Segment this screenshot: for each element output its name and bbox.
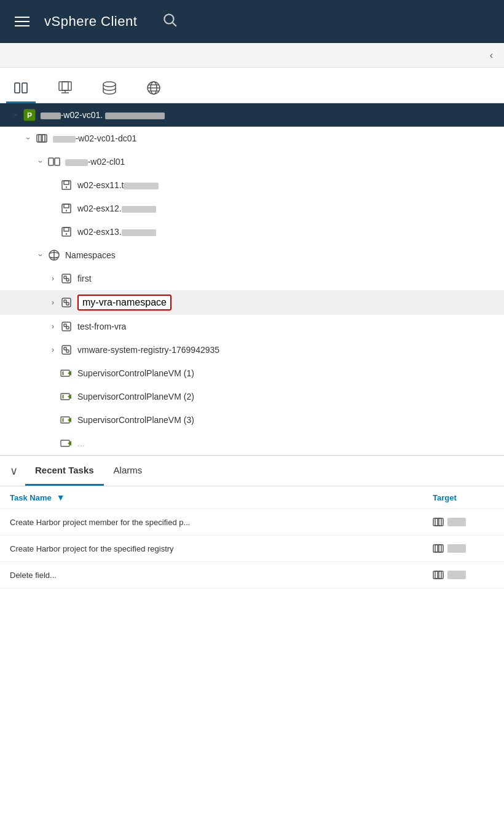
svg-rect-47 — [66, 350, 69, 352]
target-column-header: Target — [433, 493, 494, 502]
filter-icon[interactable]: ▼ — [57, 493, 65, 502]
host-1-label: w02-esx11.tblur — [77, 180, 159, 190]
datacenter-label: blur-w02-vc01-dc01 — [53, 133, 136, 143]
namespace-first-label: first — [77, 274, 92, 283]
svg-rect-60 — [435, 518, 438, 526]
datacenter-icon — [34, 131, 49, 146]
svg-point-0 — [165, 14, 174, 23]
namespaces-label: Namespaces — [65, 250, 116, 260]
svg-rect-53 — [62, 395, 64, 398]
search-icon[interactable] — [162, 12, 178, 31]
task-row-0[interactable]: Create Harbor project member for the spe… — [0, 509, 504, 536]
tasks-table-header: Task Name ▼ Target — [0, 486, 504, 509]
task-row-0-target-icon — [433, 516, 444, 528]
task-row-2[interactable]: Delete field... — [0, 562, 504, 588]
host-icon-1 — [59, 178, 74, 192]
svg-rect-44 — [66, 326, 69, 329]
svg-rect-67 — [439, 571, 441, 579]
tab-networking[interactable] — [139, 74, 168, 103]
svg-rect-37 — [64, 276, 66, 279]
task-row-0-target — [433, 516, 494, 528]
task-row-1-target-icon — [433, 543, 444, 554]
svg-rect-6 — [59, 82, 71, 90]
tree-item-more[interactable]: ... — [0, 432, 504, 455]
svg-rect-3 — [22, 83, 27, 93]
tab-recent-tasks[interactable]: Recent Tasks — [25, 456, 104, 486]
tree-item-supervisor-vm-3[interactable]: SupervisorControlPlaneVM (3) — [0, 408, 504, 432]
svg-rect-46 — [64, 347, 66, 350]
svg-rect-20 — [42, 135, 45, 142]
tree-item-supervisor-vm-1[interactable]: SupervisorControlPlaneVM (1) — [0, 362, 504, 385]
namespaces-icon — [47, 248, 61, 263]
expand-arrow-ns-registry[interactable] — [47, 346, 59, 354]
svg-point-10 — [103, 82, 116, 87]
supervisor-vm-icon-3 — [59, 413, 74, 427]
task-name-header-label: Task Name — [10, 493, 52, 502]
svg-rect-29 — [64, 204, 69, 208]
namespace-test-label: test-from-vra — [77, 322, 126, 331]
vcenter-icon: P — [22, 108, 37, 122]
inventory-icon-tabs — [0, 68, 504, 103]
expand-arrow-ns-test[interactable] — [47, 322, 59, 331]
task-row-2-target-icon — [433, 569, 444, 580]
more-item-label: ... — [77, 438, 85, 448]
svg-rect-22 — [55, 158, 60, 165]
svg-rect-56 — [62, 418, 64, 422]
host-2-label: w02-esx12.blur — [77, 204, 156, 213]
tree-item-cluster[interactable]: blur-w02-cl01 — [0, 150, 504, 173]
namespace-icon-registry — [59, 342, 74, 357]
svg-rect-26 — [64, 181, 69, 184]
svg-text:P: P — [27, 111, 32, 120]
namespace-registry-label: vmware-system-registry-1769942935 — [77, 345, 219, 355]
expand-arrow-namespaces[interactable] — [34, 251, 47, 259]
svg-rect-63 — [435, 545, 438, 552]
tab-alarms[interactable]: Alarms — [104, 456, 152, 486]
svg-rect-64 — [439, 545, 441, 552]
svg-rect-61 — [439, 518, 441, 526]
svg-rect-50 — [62, 371, 64, 375]
tab-hosts-clusters[interactable] — [6, 74, 36, 103]
top-navigation-bar: vSphere Client — [0, 0, 504, 43]
vcenter-root-label: blur-w02-vc01. blur — [41, 110, 165, 120]
host-3-label: w02-esx13.blur — [77, 227, 156, 237]
cluster-icon — [47, 154, 61, 169]
task-name-column-header: Task Name ▼ — [10, 493, 433, 502]
svg-rect-41 — [66, 303, 69, 305]
tree-item-host-3[interactable]: w02-esx13.blur — [0, 220, 504, 243]
tree-item-host-1[interactable]: w02-esx11.tblur — [0, 173, 504, 197]
host-icon-2 — [59, 201, 74, 216]
tab-storage[interactable] — [95, 74, 124, 103]
svg-rect-2 — [15, 83, 20, 93]
tree-item-namespace-myvra[interactable]: my-vra-namespace — [0, 290, 504, 315]
tree-item-host-2[interactable]: w02-esx12.blur — [0, 197, 504, 220]
tree-item-namespace-first[interactable]: first — [0, 267, 504, 290]
tab-vms-templates[interactable] — [50, 74, 80, 103]
tree-item-supervisor-vm-2[interactable]: SupervisorControlPlaneVM (2) — [0, 385, 504, 408]
expand-arrow-vcenter[interactable] — [10, 111, 22, 119]
namespace-icon-myvra — [59, 295, 74, 310]
tree-item-vcenter-root[interactable]: P blur-w02-vc01. blur — [0, 103, 504, 127]
tree-item-namespace-registry[interactable]: vmware-system-registry-1769942935 — [0, 338, 504, 362]
task-row-0-text: Create Harbor project member for the spe… — [10, 518, 433, 527]
hamburger-menu-button[interactable] — [12, 14, 32, 29]
namespace-icon-test — [59, 319, 74, 334]
expand-arrow-cluster[interactable] — [34, 157, 47, 166]
host-icon-3 — [59, 224, 74, 239]
task-row-2-target — [433, 569, 494, 580]
expand-arrow-dc[interactable] — [22, 134, 34, 143]
sidebar-collapse-bar: ‹ — [0, 43, 504, 68]
svg-rect-21 — [49, 158, 53, 165]
namespace-myvra-label: my-vra-namespace — [77, 295, 171, 311]
supervisor-vm-icon-1 — [59, 366, 74, 381]
expand-arrow-ns-myvra[interactable] — [47, 298, 59, 307]
more-vm-icon — [59, 436, 74, 451]
tree-item-namespace-test[interactable]: test-from-vra — [0, 315, 504, 338]
expand-arrow-ns-first[interactable] — [47, 274, 59, 283]
tree-item-namespaces[interactable]: Namespaces — [0, 243, 504, 267]
svg-rect-19 — [39, 135, 41, 142]
sidebar-collapse-button[interactable]: ‹ — [485, 47, 498, 63]
supervisor-vm-1-label: SupervisorControlPlaneVM (1) — [77, 368, 194, 378]
task-row-1[interactable]: Create Harbor project for the specified … — [0, 536, 504, 562]
bottom-panel-collapse-button[interactable]: ∨ — [10, 464, 18, 478]
tree-item-datacenter[interactable]: blur-w02-vc01-dc01 — [0, 127, 504, 150]
